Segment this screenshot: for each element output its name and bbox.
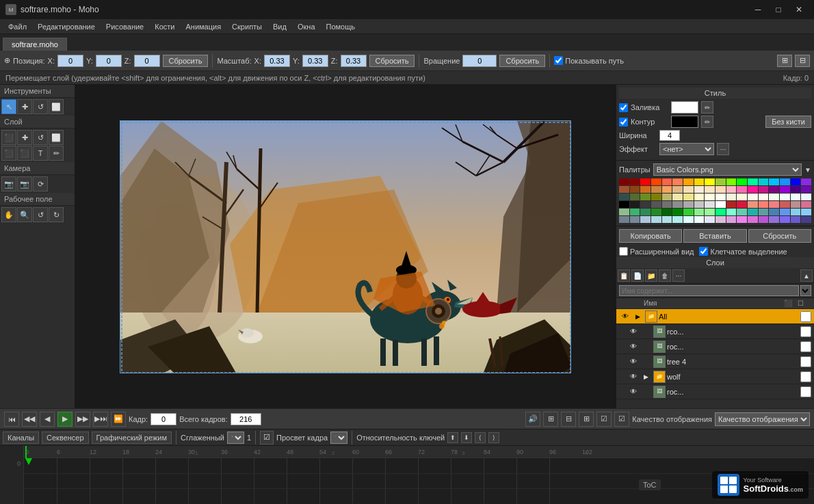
color-cell-96[interactable] — [683, 216, 694, 223]
layer-tool-6[interactable]: ⬛ — [17, 146, 32, 161]
color-cell-44[interactable] — [705, 194, 715, 200]
undo-tool[interactable]: ↺ — [33, 207, 48, 222]
effect-select[interactable]: <нет> — [659, 143, 714, 155]
color-cell-43[interactable] — [694, 194, 705, 200]
color-cell-39[interactable] — [651, 194, 661, 200]
layer-lock-2[interactable] — [640, 326, 652, 338]
pen-tool[interactable]: ✏ — [49, 146, 64, 161]
maximize-button[interactable]: □ — [769, 3, 788, 16]
color-cell-45[interactable] — [715, 194, 726, 200]
layer-tool-3[interactable]: ↺ — [33, 130, 48, 145]
color-cell-36[interactable] — [619, 194, 629, 200]
color-cell-35[interactable] — [801, 186, 811, 193]
color-cell-17[interactable] — [801, 178, 811, 185]
color-cell-11[interactable] — [737, 178, 747, 185]
color-cell-105[interactable] — [780, 216, 790, 223]
color-cell-89[interactable] — [801, 209, 811, 215]
color-cell-63[interactable] — [715, 201, 726, 208]
sx-input[interactable] — [264, 55, 290, 67]
color-cell-56[interactable] — [640, 201, 651, 208]
stroke-edit-btn[interactable]: ✏ — [701, 116, 713, 128]
fill-edit-btn[interactable]: ✏ — [701, 101, 713, 114]
tl-icon3[interactable]: ⟨ — [475, 432, 486, 443]
camera-tool-3[interactable]: ⟳ — [33, 176, 48, 191]
hand-tool[interactable]: ✋ — [1, 207, 16, 222]
color-cell-33[interactable] — [780, 186, 790, 193]
add-tool[interactable]: ✚ — [17, 99, 32, 114]
layer-tool-5[interactable]: ⬛ — [1, 146, 16, 161]
color-cell-93[interactable] — [651, 216, 661, 223]
color-cell-50[interactable] — [769, 194, 779, 200]
color-cell-103[interactable] — [759, 216, 769, 223]
color-cell-2[interactable] — [640, 178, 651, 185]
layer-eye-1[interactable]: 👁 — [619, 310, 631, 323]
menu-item-кости[interactable]: Кости — [149, 21, 180, 32]
stroke-checkbox[interactable] — [619, 118, 628, 127]
tl-icon2[interactable]: ⬇ — [461, 432, 472, 443]
color-cell-77[interactable] — [672, 209, 683, 215]
color-cell-74[interactable] — [640, 209, 651, 215]
layer-eye-3[interactable]: 👁 — [627, 341, 640, 353]
z-input[interactable] — [134, 55, 160, 67]
color-cell-46[interactable] — [726, 194, 737, 200]
layer-checkbox-5[interactable] — [800, 371, 811, 382]
layer-lock-3[interactable] — [640, 341, 652, 353]
color-cell-13[interactable] — [759, 178, 769, 185]
layer-row-4[interactable]: 👁🖼tree 4 — [616, 354, 814, 369]
sz-input[interactable] — [341, 55, 367, 67]
reset-pos-button[interactable]: Сбросить — [163, 55, 209, 67]
color-cell-31[interactable] — [759, 186, 769, 193]
color-cell-71[interactable] — [801, 201, 811, 208]
color-cell-68[interactable] — [769, 201, 779, 208]
color-cell-60[interactable] — [683, 201, 694, 208]
show-path-check[interactable]: Показывать путь — [554, 56, 624, 65]
color-cell-21[interactable] — [651, 186, 661, 193]
color-cell-26[interactable] — [705, 186, 715, 193]
layer-filter-input[interactable] — [619, 285, 799, 296]
menu-item-скрипты[interactable]: Скрипты — [226, 21, 267, 32]
layer-tool-4[interactable]: ⬜ — [49, 130, 64, 145]
extended-view-check[interactable]: Расширенный вид — [619, 247, 694, 256]
color-cell-51[interactable] — [780, 194, 790, 200]
extended-checkbox[interactable] — [619, 247, 628, 256]
color-cell-34[interactable] — [791, 186, 801, 193]
text-tool[interactable]: T — [33, 146, 48, 161]
color-cell-47[interactable] — [737, 194, 747, 200]
color-cell-20[interactable] — [640, 186, 651, 193]
quality-select[interactable]: Качество отображения — [715, 412, 810, 426]
color-cell-6[interactable] — [683, 178, 694, 185]
color-cell-85[interactable] — [759, 209, 769, 215]
color-cell-70[interactable] — [791, 201, 801, 208]
fill-color-swatch[interactable] — [671, 101, 698, 114]
color-cell-61[interactable] — [694, 201, 705, 208]
fill-checkbox[interactable] — [619, 103, 628, 112]
layer-checkbox-3[interactable] — [800, 341, 811, 352]
canvas-area[interactable] — [75, 85, 616, 408]
layer-eye-4[interactable]: 👁 — [627, 356, 640, 368]
width-input[interactable] — [659, 130, 680, 141]
color-cell-57[interactable] — [651, 201, 661, 208]
preview-select[interactable]: ▼ — [330, 432, 347, 444]
color-cell-7[interactable] — [694, 178, 705, 185]
color-cell-101[interactable] — [737, 216, 747, 223]
layer-more-btn[interactable]: ··· — [672, 269, 685, 282]
color-cell-16[interactable] — [791, 178, 801, 185]
layer-row-2[interactable]: 👁🖼rco... — [616, 324, 814, 339]
layer-checkbox-1[interactable] — [800, 311, 811, 322]
color-cell-99[interactable] — [715, 216, 726, 223]
camera-tool-1[interactable]: 📷 — [1, 176, 16, 191]
copy-button[interactable]: Копировать — [619, 229, 682, 243]
rotate-input[interactable] — [462, 55, 497, 67]
show-path-checkbox[interactable] — [554, 56, 563, 65]
reset-style-button[interactable]: Сбросить — [748, 229, 811, 243]
layer-tool-1[interactable]: ⬛ — [1, 130, 16, 145]
color-cell-29[interactable] — [737, 186, 747, 193]
channels-btn[interactable]: Каналы — [3, 432, 39, 444]
color-cell-59[interactable] — [672, 201, 683, 208]
color-cell-48[interactable] — [748, 194, 758, 200]
color-cell-78[interactable] — [683, 209, 694, 215]
color-cell-4[interactable] — [662, 178, 672, 185]
reset-scale-button[interactable]: Сбросить — [369, 55, 415, 67]
zoom-tool[interactable]: 🔍 — [17, 207, 32, 222]
tl-icon1[interactable]: ⬆ — [447, 432, 458, 443]
